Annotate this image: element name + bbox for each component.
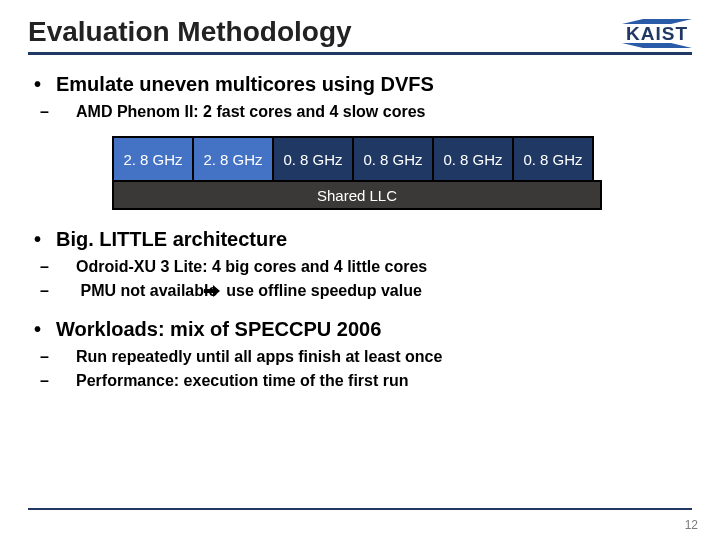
bullet-workloads-sub: Run repeatedly until all apps finish at … (28, 345, 692, 393)
bullet-biglittle-head: Big. LITTLE architecture (28, 228, 692, 251)
footer-divider (28, 508, 692, 510)
bullet-biglittle: Big. LITTLE architecture Odroid-XU 3 Lit… (28, 228, 692, 304)
core-slow-4: 0. 8 GHz (512, 136, 594, 182)
shared-llc: Shared LLC (112, 180, 602, 210)
sub-pmu-a: PMU not available (80, 282, 221, 299)
svg-marker-1 (213, 285, 220, 297)
core-slow-3: 0. 8 GHz (432, 136, 514, 182)
bullet-dvfs: Emulate uneven multicores using DVFS AMD… (28, 73, 692, 210)
llc-row: Shared LLC (114, 182, 692, 210)
logo-text: KAIST (626, 24, 688, 43)
core-fast-2: 2. 8 GHz (192, 136, 274, 182)
core-diagram: 2. 8 GHz 2. 8 GHz 0. 8 GHz 0. 8 GHz 0. 8… (114, 136, 692, 210)
sub-pmu: PMU not available use offline speedup va… (28, 279, 692, 304)
bullet-workloads: Workloads: mix of SPECCPU 2006 Run repea… (28, 318, 692, 393)
sub-run-repeatedly: Run repeatedly until all apps finish at … (28, 345, 692, 369)
page-number: 12 (685, 518, 698, 532)
core-slow-1: 0. 8 GHz (272, 136, 354, 182)
svg-rect-0 (204, 289, 213, 293)
core-row: 2. 8 GHz 2. 8 GHz 0. 8 GHz 0. 8 GHz 0. 8… (114, 136, 692, 182)
page-title: Evaluation Methodology (28, 16, 352, 48)
bullet-biglittle-sub: Odroid-XU 3 Lite: 4 big cores and 4 litt… (28, 255, 692, 304)
sub-amd-phenom: AMD Phenom II: 2 fast cores and 4 slow c… (28, 100, 692, 124)
core-slow-2: 0. 8 GHz (352, 136, 434, 182)
title-row: Evaluation Methodology KAIST (28, 16, 692, 55)
sub-pmu-b: use offline speedup value (226, 282, 422, 299)
kaist-logo: KAIST (622, 19, 692, 48)
sub-odroid: Odroid-XU 3 Lite: 4 big cores and 4 litt… (28, 255, 692, 279)
bullet-dvfs-head: Emulate uneven multicores using DVFS (28, 73, 692, 96)
sub-performance: Performance: execution time of the first… (28, 369, 692, 393)
core-fast-1: 2. 8 GHz (112, 136, 194, 182)
content-list: Emulate uneven multicores using DVFS AMD… (28, 73, 692, 393)
bullet-workloads-head: Workloads: mix of SPECCPU 2006 (28, 318, 692, 341)
bullet-dvfs-sub: AMD Phenom II: 2 fast cores and 4 slow c… (28, 100, 692, 124)
